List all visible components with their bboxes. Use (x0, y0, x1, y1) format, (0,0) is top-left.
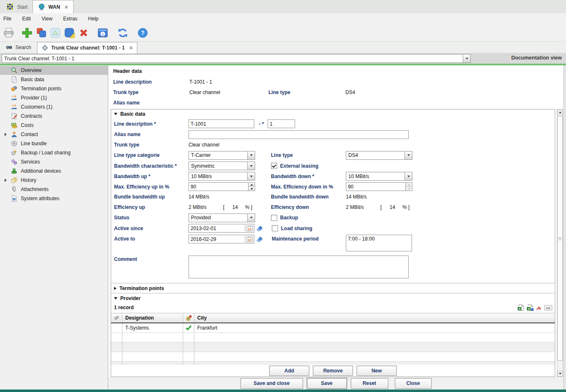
save-and-close-button[interactable]: Save and close (241, 378, 303, 389)
section-basic-data[interactable]: Basic data (111, 109, 555, 119)
print-button[interactable] (2, 26, 16, 40)
sidebar-item-history[interactable]: History (0, 176, 108, 185)
tab-trunk[interactable]: Trunk Clear channel: T-1001 - 1 × (37, 42, 137, 53)
main-provider-column-header[interactable] (183, 313, 194, 323)
menu-file[interactable]: File (3, 16, 11, 22)
dropdown-button[interactable] (247, 151, 255, 159)
move-up-button[interactable] (48, 26, 62, 40)
line-description-suffix-input[interactable] (268, 119, 295, 128)
menu-view[interactable]: View (42, 16, 52, 22)
active-to-field[interactable]: 12 (189, 235, 254, 243)
dropdown-button[interactable] (405, 172, 412, 180)
bandwidth-up-select[interactable]: 10 MBit/s (189, 172, 255, 181)
combobox-dropdown-button[interactable] (463, 55, 470, 62)
close-button[interactable]: Close (395, 378, 432, 389)
new-button[interactable]: New (357, 366, 397, 376)
max-efficiency-up-input[interactable] (189, 182, 248, 191)
table-row-empty[interactable] (111, 362, 555, 365)
copy-button[interactable] (34, 26, 48, 40)
sidebar-item-basic-data[interactable]: Basic data (0, 75, 108, 84)
menu-help[interactable]: Help (88, 16, 99, 22)
max-efficiency-down-spinner[interactable] (346, 182, 412, 191)
dropdown-button[interactable] (405, 151, 412, 159)
load-sharing-checkbox[interactable] (272, 225, 278, 231)
export-ms-icon[interactable]: MS (544, 304, 552, 311)
sidebar-item-attachments[interactable]: Attachments (0, 185, 108, 194)
active-to-input[interactable] (189, 236, 245, 242)
people-icon (11, 104, 17, 110)
edit-column-header[interactable] (111, 313, 122, 323)
expand-arrow-icon[interactable] (5, 179, 7, 182)
alias-name-input[interactable] (189, 130, 409, 139)
active-since-input[interactable] (189, 226, 245, 231)
menu-edit[interactable]: Edit (22, 16, 31, 22)
table-row-empty[interactable] (111, 333, 555, 342)
calendar-button[interactable]: 12 (245, 236, 253, 243)
bandwidth-down-select[interactable]: 10 MBit/s (346, 172, 412, 181)
menu-extras[interactable]: Extras (63, 16, 77, 22)
dropdown-button[interactable] (247, 162, 255, 170)
city-column-header[interactable]: City (194, 313, 555, 323)
clear-date-icon[interactable] (256, 225, 263, 232)
add-button[interactable] (20, 26, 34, 40)
tab-start[interactable]: Start (2, 1, 32, 13)
sidebar-item-system-attributes[interactable]: System attributes (0, 194, 108, 203)
table-row-empty[interactable] (111, 342, 555, 352)
expand-arrow-icon[interactable] (5, 133, 7, 136)
sidebar-item-backup-load-sharing[interactable]: Backup / Load sharing (0, 148, 108, 157)
max-efficiency-down-input[interactable] (346, 182, 406, 191)
delete-button[interactable] (77, 26, 91, 40)
line-description-input[interactable] (189, 119, 254, 128)
vertical-scrollbar[interactable] (557, 109, 563, 377)
sidebar-item-termination-points[interactable]: Termination points (0, 84, 108, 93)
clear-date-icon[interactable] (256, 236, 263, 243)
scroll-up-button[interactable] (557, 109, 563, 115)
sidebar-item-customers[interactable]: Customers (1) (0, 102, 108, 112)
maintenance-period-textarea[interactable]: 7:00 - 18:00 (346, 235, 412, 251)
export-pdf-icon[interactable]: A (536, 304, 542, 311)
dropdown-button[interactable] (247, 172, 255, 180)
spinner-buttons[interactable] (248, 182, 255, 191)
sidebar-item-overview[interactable]: Overview (0, 66, 108, 75)
sidebar-item-provider[interactable]: Provider (1) (0, 93, 108, 102)
status-select[interactable]: Provided (189, 213, 255, 222)
sidebar-item-services[interactable]: Services (0, 157, 108, 166)
save-button[interactable]: Save (307, 378, 347, 389)
backup-checkbox[interactable] (271, 215, 277, 221)
sidebar-item-line-bundle[interactable]: Line bundle (0, 139, 108, 148)
bandwidth-characteristic-select[interactable]: Symmetric (189, 161, 255, 170)
reset-button[interactable]: Reset (351, 378, 388, 389)
export-excel-icon[interactable]: X (517, 304, 524, 311)
max-efficiency-up-spinner[interactable] (189, 182, 255, 191)
open-button[interactable] (62, 26, 77, 40)
external-leasing-checkbox[interactable] (271, 163, 277, 169)
table-row[interactable]: T-Systems Frankfurt (111, 323, 555, 333)
tab-wan[interactable]: WAN × (32, 0, 73, 14)
add-button[interactable]: Add (269, 366, 309, 376)
scroll-down-button[interactable] (557, 371, 563, 377)
sidebar-item-costs[interactable]: Costs (0, 121, 108, 130)
calendar-button[interactable]: 12 (245, 225, 253, 232)
sidebar-item-contact[interactable]: Contact (0, 130, 108, 139)
section-provider[interactable]: Provider (111, 293, 555, 303)
export-excel-csv-icon[interactable]: X (526, 304, 534, 311)
sidebar-item-additional-devices[interactable]: Additional devices (0, 166, 108, 176)
tab-close-icon[interactable]: × (65, 5, 68, 9)
table-row-empty[interactable] (111, 352, 555, 362)
dropdown-button[interactable] (247, 214, 255, 222)
line-type-select[interactable]: DS4 (346, 151, 412, 160)
tab-search[interactable]: Search (0, 42, 37, 53)
scrollbar-thumb[interactable] (557, 116, 563, 361)
sidebar-item-contracts[interactable]: Contracts (0, 112, 108, 121)
comment-textarea[interactable] (189, 256, 409, 278)
object-selector-combobox[interactable]: Trunk Clear channel: T-1001 - 1 (2, 54, 471, 63)
help-button[interactable]: ? (136, 26, 150, 40)
tab-trunk-close-icon[interactable]: × (129, 46, 133, 50)
active-since-field[interactable]: 12 (189, 224, 254, 233)
designation-column-header[interactable]: Designation (122, 313, 183, 323)
section-termination-points[interactable]: Termination points (111, 283, 555, 293)
info-window-button[interactable]: i (96, 26, 110, 40)
line-type-categorie-select[interactable]: T-Carrier (189, 151, 255, 160)
refresh-button[interactable] (116, 26, 130, 40)
remove-button[interactable]: Remove (313, 366, 353, 376)
